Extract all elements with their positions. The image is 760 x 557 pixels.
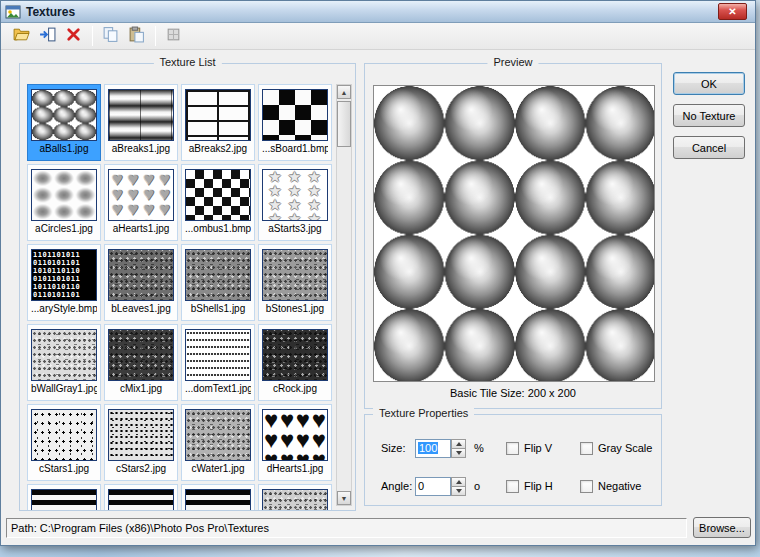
texture-thumbnail[interactable]: [108, 89, 174, 141]
texture-item[interactable]: ♥ ♥ ♥ ♥ ♥ ♥ ♥ ♥ ♥ ♥ ♥ ♥ ♥ ♥ aHearts1.jpg: [104, 164, 178, 241]
texture-thumbnail[interactable]: [262, 249, 328, 301]
texture-thumbnail[interactable]: [108, 329, 174, 381]
texture-thumbnail[interactable]: [262, 489, 328, 510]
cancel-button[interactable]: Cancel: [673, 136, 745, 159]
texture-label: ...ombus1.bmp: [185, 223, 251, 235]
texture-thumbnail[interactable]: ★ ★ ★ ★ ★ ★ ★ ★ ★ ★ ★ ★ ★ ★: [262, 169, 328, 221]
app-icon: [5, 4, 21, 20]
size-row: Size: 100 % Flip V Gray Scale: [365, 437, 661, 459]
flip-v-checkbox[interactable]: Flip V: [506, 442, 568, 455]
gray-scale-checkbox-box[interactable]: [580, 442, 593, 455]
toolbar: [1, 23, 755, 50]
gray-scale-checkbox[interactable]: Gray Scale: [580, 442, 658, 455]
angle-stepper: [451, 477, 466, 496]
toolbar-separator: [155, 26, 156, 46]
size-input[interactable]: 100: [415, 439, 451, 458]
texture-thumbnail[interactable]: [185, 89, 251, 141]
texture-item[interactable]: 1101101011 0110101101 1010110110 0101101…: [27, 244, 101, 321]
angle-label: Angle:: [381, 480, 415, 492]
texture-thumbnail[interactable]: [185, 409, 251, 461]
texture-item[interactable]: cStars2.jpg: [104, 404, 178, 481]
angle-stepper-down[interactable]: [451, 487, 466, 496]
texture-item[interactable]: cStars1.jpg: [27, 404, 101, 481]
preview-group: Preview Basic Tile Size: 200 x 200: [364, 63, 662, 409]
size-stepper-down[interactable]: [451, 449, 466, 458]
delete-icon: [65, 26, 82, 46]
texture-thumbnail[interactable]: [31, 89, 97, 141]
texture-grid-button[interactable]: [161, 24, 185, 48]
texture-label: bWallGray1.jpg: [31, 383, 97, 395]
texture-thumbnail[interactable]: [31, 169, 97, 221]
size-stepper-up[interactable]: [451, 439, 466, 449]
texture-thumbnail[interactable]: [108, 249, 174, 301]
texture-item[interactable]: ...sBoard1.bmp: [258, 84, 332, 161]
size-label: Size:: [381, 442, 415, 454]
no-texture-button[interactable]: No Texture: [673, 104, 745, 127]
texture-item[interactable]: ♥ ♥ ♥ ♥ ♥ ♥ ♥ ♥ ♥ ♥ ♥ ♥ ♥ ♥ dHearts1.jpg: [258, 404, 332, 481]
texture-item[interactable]: aBalls1.jpg: [27, 84, 101, 161]
flip-v-label: Flip V: [524, 442, 552, 454]
texture-item[interactable]: aBreaks2.jpg: [181, 84, 255, 161]
open-folder-button[interactable]: [9, 24, 33, 48]
texture-thumbnail[interactable]: [262, 89, 328, 141]
scrollbar-thumb[interactable]: [337, 101, 351, 147]
texture-item[interactable]: cMix1.jpg: [104, 324, 178, 401]
close-button[interactable]: ✕: [718, 3, 747, 20]
texture-thumbnail[interactable]: [31, 409, 97, 461]
texture-item[interactable]: cRock.jpg: [258, 324, 332, 401]
texture-list-group: Texture List aBalls1.jpgaBreaks1.jpgaBre…: [19, 63, 356, 511]
flip-h-checkbox[interactable]: Flip H: [506, 480, 568, 493]
texture-thumbnail[interactable]: [31, 489, 97, 510]
texture-item[interactable]: [104, 484, 178, 510]
texture-thumbnail[interactable]: [108, 409, 174, 461]
scroll-up-icon[interactable]: ▲: [337, 85, 351, 99]
ok-button[interactable]: OK: [673, 72, 745, 95]
texture-item[interactable]: [181, 484, 255, 510]
texture-thumbnail[interactable]: [185, 329, 251, 381]
texture-thumbnail[interactable]: ♥ ♥ ♥ ♥ ♥ ♥ ♥ ♥ ♥ ♥ ♥ ♥ ♥ ♥: [262, 409, 328, 461]
texture-label: cStars1.jpg: [31, 463, 97, 475]
angle-input[interactable]: 0: [415, 477, 451, 496]
texture-item[interactable]: ...ombus1.bmp: [181, 164, 255, 241]
texture-thumbnail[interactable]: [185, 489, 251, 510]
grid-icon: [165, 26, 182, 46]
texture-thumbnail[interactable]: [31, 329, 97, 381]
texture-label: bShells1.jpg: [185, 303, 251, 315]
texture-item[interactable]: ★ ★ ★ ★ ★ ★ ★ ★ ★ ★ ★ ★ ★ ★ aStarts3.jpg: [258, 164, 332, 241]
texture-thumbnail[interactable]: 1101101011 0110101101 1010110110 0101101…: [31, 249, 97, 301]
paste-button[interactable]: [124, 24, 148, 48]
scroll-down-icon[interactable]: ▼: [337, 491, 351, 505]
negative-checkbox-box[interactable]: [580, 480, 593, 493]
texture-item[interactable]: [258, 484, 332, 510]
flip-h-checkbox-box[interactable]: [506, 480, 519, 493]
texture-label: aBalls1.jpg: [31, 143, 97, 155]
angle-stepper-up[interactable]: [451, 477, 466, 487]
texture-label: aStarts3.jpg: [262, 223, 328, 235]
copy-button[interactable]: [98, 24, 122, 48]
paste-icon: [128, 26, 145, 46]
texture-thumbnail[interactable]: [185, 169, 251, 221]
texture-thumbnail[interactable]: [108, 489, 174, 510]
delete-texture-button[interactable]: [61, 24, 85, 48]
texture-thumbnail[interactable]: [262, 329, 328, 381]
browse-button[interactable]: Browse...: [693, 517, 751, 538]
texture-item[interactable]: aBreaks1.jpg: [104, 84, 178, 161]
texture-item[interactable]: bLeaves1.jpg: [104, 244, 178, 321]
texture-item[interactable]: aCircles1.jpg: [27, 164, 101, 241]
texture-item[interactable]: bStones1.jpg: [258, 244, 332, 321]
texture-item[interactable]: bShells1.jpg: [181, 244, 255, 321]
size-stepper: [451, 439, 466, 458]
texture-item[interactable]: [27, 484, 101, 510]
flip-v-checkbox-box[interactable]: [506, 442, 519, 455]
texture-list-scrollbar[interactable]: ▲ ▼: [336, 84, 352, 506]
texture-item[interactable]: ...domText1.jpg: [181, 324, 255, 401]
gray-scale-label: Gray Scale: [598, 442, 652, 454]
texture-item[interactable]: bWallGray1.jpg: [27, 324, 101, 401]
titlebar[interactable]: Textures ✕: [1, 1, 755, 23]
flip-h-label: Flip H: [524, 480, 553, 492]
texture-item[interactable]: cWater1.jpg: [181, 404, 255, 481]
texture-thumbnail[interactable]: [185, 249, 251, 301]
add-texture-button[interactable]: [35, 24, 59, 48]
texture-thumbnail[interactable]: ♥ ♥ ♥ ♥ ♥ ♥ ♥ ♥ ♥ ♥ ♥ ♥ ♥ ♥: [108, 169, 174, 221]
negative-checkbox[interactable]: Negative: [580, 480, 658, 493]
